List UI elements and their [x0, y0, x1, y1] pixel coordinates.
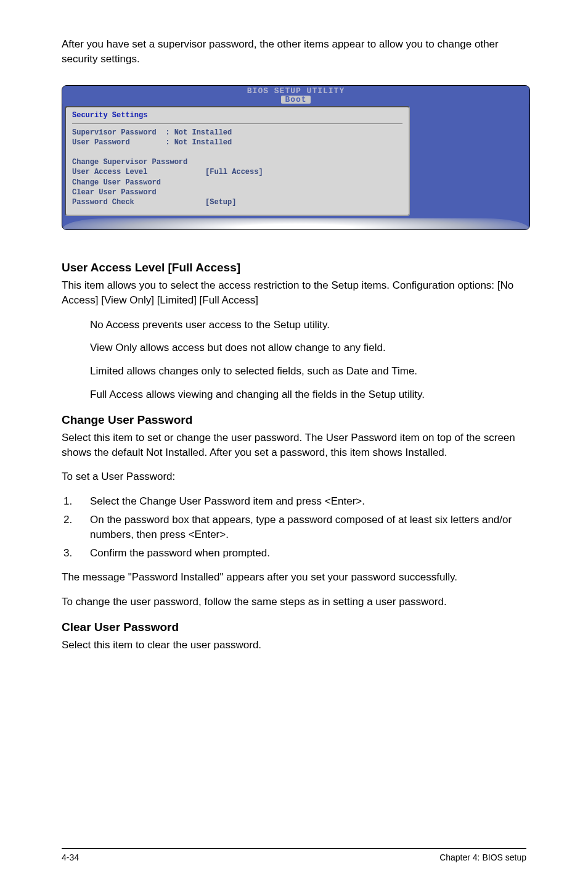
ual-option-full-access: Full Access allows viewing and changing …: [90, 387, 526, 402]
change-user-step-2: On the password box that appears, type a…: [75, 513, 526, 542]
footer-rule: [62, 848, 526, 849]
ual-option-limited: Limited allows changes only to selected …: [90, 364, 526, 379]
user-access-level-value: [Full Access]: [205, 168, 263, 176]
user-password-label: User Password: [72, 138, 130, 147]
change-user-step-3: Confirm the password when prompted.: [75, 546, 526, 561]
password-check-label: Password Check: [72, 198, 134, 207]
change-user-p4: To change the user password, follow the …: [62, 595, 526, 609]
supervisor-password-label: Supervisor Password: [72, 128, 157, 137]
change-supervisor-password-item: Change Supervisor Password: [72, 158, 187, 167]
page-number: 4-34: [62, 852, 79, 862]
bios-right-panel: [410, 106, 527, 217]
ual-description: This item allows you to select the acces…: [62, 278, 526, 308]
change-user-p3: The message "Password Installed" appears…: [62, 570, 526, 585]
intro-paragraph: After you have set a supervisor password…: [62, 37, 526, 67]
user-access-level-label: User Access Level: [72, 168, 147, 176]
bios-screenshot: BIOS SETUP UTILITY Boot Security Setting…: [62, 85, 530, 231]
page-footer: 4-34 Chapter 4: BIOS setup: [62, 848, 526, 862]
heading-change-user-password: Change User Password: [62, 413, 526, 427]
change-user-steps: Select the Change User Password item and…: [75, 494, 526, 560]
change-user-step-1: Select the Change User Password item and…: [75, 494, 526, 509]
bios-bottom-curve: [62, 218, 529, 229]
password-check-value: [Setup]: [205, 198, 236, 207]
ual-options-list: No Access prevents user access to the Se…: [90, 318, 526, 402]
bios-divider: [72, 123, 402, 124]
change-user-p1: Select this item to set or change the us…: [62, 431, 526, 460]
ual-option-no-access: No Access prevents user access to the Se…: [90, 318, 526, 332]
bios-body: Security Settings Supervisor Password : …: [62, 104, 529, 219]
change-user-p2: To set a User Password:: [62, 469, 526, 484]
bios-title-text: BIOS SETUP UTILITY: [247, 86, 345, 96]
supervisor-password-value: : Not Installed: [165, 128, 232, 137]
bios-title-bar: BIOS SETUP UTILITY Boot: [62, 86, 529, 104]
heading-clear-user-password: Clear User Password: [62, 621, 526, 634]
change-user-password-item: Change User Password: [72, 178, 161, 187]
bios-left-panel: Security Settings Supervisor Password : …: [65, 106, 410, 217]
clear-user-password-item: Clear User Password: [72, 188, 157, 197]
bios-section-heading: Security Settings: [72, 111, 402, 120]
clear-user-p1: Select this item to clear the user passw…: [62, 638, 526, 653]
user-password-value: : Not Installed: [165, 138, 232, 147]
bios-active-tab: Boot: [281, 96, 310, 104]
heading-user-access-level: User Access Level [Full Access]: [62, 261, 526, 274]
chapter-label: Chapter 4: BIOS setup: [439, 852, 526, 862]
ual-option-view-only: View Only allows access but does not all…: [90, 340, 526, 355]
